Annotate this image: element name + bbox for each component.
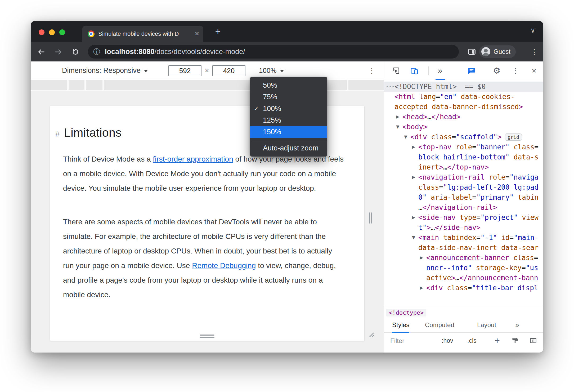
- first-order-approximation-link[interactable]: first-order approximation: [153, 155, 233, 163]
- code-token: "naviga: [509, 172, 539, 182]
- profile-button[interactable]: Guest: [479, 45, 516, 58]
- dom-tree-line[interactable]: <html lang="en" data-cookies-: [384, 92, 543, 102]
- disclosure-arrow-icon[interactable]: ▼: [404, 132, 410, 142]
- device-toolbar-toggle-icon[interactable]: [409, 61, 420, 80]
- resize-handle-bottom[interactable]: [200, 335, 214, 338]
- inspect-icon[interactable]: [390, 61, 402, 80]
- dom-tree-line[interactable]: active>…</announcement-bann: [384, 273, 543, 283]
- remote-debugging-link[interactable]: Remote Debugging: [192, 261, 256, 270]
- sidebar-toggle-icon[interactable]: [530, 337, 537, 345]
- zoom-menu-item[interactable]: ✓100%: [250, 103, 327, 114]
- minimize-window-button[interactable]: [49, 29, 55, 35]
- zoom-menu-item[interactable]: 125%: [250, 114, 327, 126]
- disclosure-arrow-icon[interactable]: ▶: [412, 142, 418, 152]
- code-token: "title-bar displ: [472, 283, 538, 293]
- code-token: block hairline-bottom": [418, 152, 509, 162]
- sidebar-more-tabs-icon[interactable]: »: [515, 318, 519, 333]
- dom-tree-line[interactable]: ▶<head>…</head>: [384, 112, 543, 122]
- zoom-menu-item-selected[interactable]: 150%: [250, 126, 327, 138]
- settings-gear-icon[interactable]: ⚙: [491, 61, 503, 80]
- close-window-button[interactable]: [39, 29, 44, 35]
- devtools-menu-icon[interactable]: ⋮: [510, 61, 521, 80]
- tab-close-icon[interactable]: ×: [195, 26, 199, 42]
- dom-tree-line[interactable]: ▶<announcement-banner class=: [384, 253, 543, 263]
- dom-tree-line[interactable]: ▶<side-nav type="project" view: [384, 212, 543, 222]
- dom-tree-line[interactable]: 0" aria-label="primary" tabin: [384, 192, 543, 202]
- indent-gutter: [384, 288, 420, 288]
- forward-button[interactable]: [52, 42, 65, 61]
- address-bar[interactable]: ⓘ localhost:8080/docs/devtools/device-mo…: [88, 45, 459, 59]
- reload-icon: [71, 48, 79, 56]
- code-token: </top-nav>: [447, 162, 489, 172]
- new-tab-button[interactable]: +: [212, 26, 224, 37]
- dom-tree-line[interactable]: data-side-nav-inert data-sear: [384, 243, 543, 253]
- tab-computed[interactable]: Computed: [425, 318, 454, 333]
- resize-handle-right[interactable]: [369, 212, 373, 224]
- device-height-input[interactable]: 420: [212, 65, 245, 76]
- more-tabs-icon[interactable]: »: [434, 61, 446, 80]
- dom-tree-line[interactable]: ▶<top-nav role="banner" class=: [384, 142, 543, 152]
- indent-gutter: [384, 177, 412, 177]
- code-token: "main-: [514, 233, 539, 243]
- device-width-input[interactable]: 592: [168, 65, 201, 76]
- dom-tree-line[interactable]: •••<!DOCTYPE html> == $0: [384, 82, 543, 92]
- browser-tab[interactable]: Simulate mobile devices with D ×: [82, 26, 203, 42]
- dom-tree-line[interactable]: t">…</side-nav>: [384, 222, 543, 233]
- dom-tree-line[interactable]: nner--info" storage-key="us: [384, 263, 543, 273]
- zoom-menu-item[interactable]: 50%: [250, 79, 327, 91]
- code-token: =: [452, 132, 456, 142]
- site-info-icon[interactable]: ⓘ: [93, 45, 100, 59]
- profile-label: Guest: [494, 48, 510, 55]
- disclosure-arrow-icon[interactable]: ▼: [396, 122, 402, 132]
- devtools-close-icon[interactable]: ×: [528, 61, 540, 80]
- heading-anchor-link[interactable]: #: [55, 130, 60, 139]
- dom-tree-line[interactable]: …</navigation-rail>: [384, 202, 543, 212]
- disclosure-arrow-icon[interactable]: ▶: [420, 253, 426, 263]
- auto-adjust-zoom-item[interactable]: Auto-adjust zoom: [250, 142, 327, 154]
- dom-tree-line[interactable]: ▼<body>: [384, 122, 543, 132]
- dom-tree-line[interactable]: ▶<div class="title-bar displ: [384, 283, 543, 293]
- ruler-tick: [67, 80, 69, 90]
- reload-button[interactable]: [69, 42, 82, 61]
- device-toolbar-menu-icon[interactable]: ⋮: [366, 61, 378, 80]
- code-token: == $0: [457, 82, 486, 92]
- code-token: =: [468, 283, 472, 293]
- side-panel-icon[interactable]: [468, 49, 476, 55]
- grid-badge[interactable]: grid: [505, 133, 522, 141]
- disclosure-arrow-icon[interactable]: ▼: [412, 233, 418, 243]
- toggle-cls-button[interactable]: .cls: [467, 333, 477, 349]
- dom-tree-line[interactable]: class="lg:pad-left-200 lg:pad: [384, 182, 543, 192]
- disclosure-arrow-icon[interactable]: ▶: [396, 112, 402, 122]
- dom-tree-line[interactable]: accepted data-banner-dismissed>: [384, 102, 543, 112]
- breadcrumb-doctype[interactable]: <!doctype>: [386, 309, 426, 317]
- zoom-window-button[interactable]: [59, 29, 65, 35]
- dom-tree-line[interactable]: ▼<div class="scaffold">grid: [384, 132, 543, 142]
- disclosure-arrow-icon[interactable]: ▶: [420, 283, 426, 293]
- new-style-rule-button[interactable]: +: [495, 333, 500, 348]
- node-options-dots-icon[interactable]: •••: [386, 82, 395, 92]
- dom-tree-line[interactable]: ▼<main tabindex="-1" id="main-: [384, 233, 543, 243]
- zoom-menu-item[interactable]: 75%: [250, 91, 327, 103]
- resize-handle-corner[interactable]: [368, 331, 374, 337]
- feedback-icon[interactable]: [466, 61, 477, 80]
- code-token: <top-nav: [418, 142, 451, 152]
- tab-search-chevron-icon[interactable]: ∨: [530, 26, 535, 34]
- back-button[interactable]: [35, 42, 48, 61]
- toggle-hov-button[interactable]: :hov: [442, 333, 453, 349]
- browser-menu-icon[interactable]: ⋮: [528, 42, 540, 61]
- paint-roller-icon[interactable]: [512, 337, 519, 345]
- dom-tree-line[interactable]: block hairline-bottom" data-s: [384, 152, 543, 162]
- dom-tree-line[interactable]: ▶<navigation-rail role="naviga: [384, 172, 543, 182]
- code-token: "project": [481, 212, 518, 222]
- styles-filter-input[interactable]: Filter: [390, 333, 404, 349]
- code-token: =: [509, 233, 514, 243]
- disclosure-arrow-icon[interactable]: ▶: [412, 172, 418, 182]
- indent-gutter: [384, 97, 388, 97]
- code-token: type: [456, 212, 476, 222]
- dom-tree-line[interactable]: inert>…</top-nav>: [384, 162, 543, 172]
- dimensions-select[interactable]: Dimensions: Responsive: [62, 61, 148, 80]
- breadcrumb: <!doctype>: [384, 307, 543, 318]
- tab-layout[interactable]: Layout: [477, 318, 496, 333]
- tab-styles[interactable]: Styles: [392, 318, 409, 333]
- disclosure-arrow-icon[interactable]: ▶: [412, 212, 418, 222]
